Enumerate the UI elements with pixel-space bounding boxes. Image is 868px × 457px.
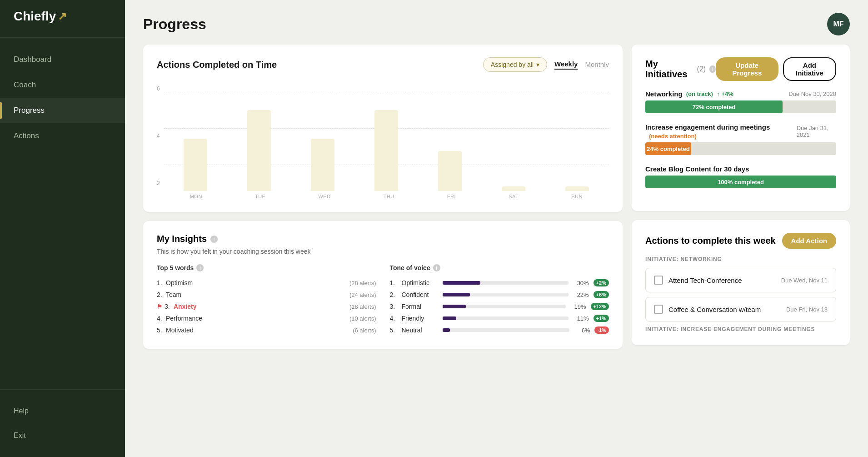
- initiative-networking: Networking (on track) ↑ +4% Due Nov 30, …: [645, 90, 836, 113]
- initiatives-title-row: My Initiatives (2) i: [645, 59, 716, 80]
- initiative-blog-progress-bg: 100% completed: [645, 176, 836, 188]
- tone-bar-bg-4: [443, 316, 569, 320]
- word-count-4: (10 alerts): [349, 315, 376, 322]
- initiatives-card: My Initiatives (2) i Update Progress Add…: [632, 45, 850, 211]
- initiative-meetings-status: (needs attention): [649, 133, 697, 140]
- logo-area: Chiefly ↗: [0, 0, 125, 38]
- word-row-4: 4. Performance (10 alerts): [157, 312, 376, 324]
- action-due-1: Due Wed, Nov 11: [781, 277, 828, 284]
- initiatives-actions: Update Progress Add Initiative: [716, 57, 836, 81]
- x-label-mon: MON: [190, 194, 202, 199]
- left-column: Actions Completed on Time Assigned by al…: [143, 45, 623, 448]
- tone-badge-3: +12%: [591, 303, 609, 310]
- word-count-1: (28 alerts): [349, 280, 376, 286]
- bar-tue-rect: [247, 110, 271, 191]
- action-coffee: Coffee & Conversation w/team Due Fri, No…: [645, 297, 836, 321]
- initiative-meetings-progress-fill: 24% completed: [645, 142, 691, 155]
- sidebar-item-coach[interactable]: Coach: [0, 72, 125, 98]
- x-label-wed: WED: [318, 194, 330, 199]
- sidebar-item-actions[interactable]: Actions: [0, 123, 125, 149]
- sidebar-item-dashboard[interactable]: Dashboard: [0, 47, 125, 72]
- tone-rank-5: 5.: [390, 326, 397, 334]
- word-row-3: ⚑ 3. Anxiety (18 alerts): [157, 301, 376, 312]
- bar-wed-rect: [311, 139, 334, 191]
- word-row-2: 2. Team (24 alerts): [157, 289, 376, 301]
- initiatives-title: My Initiatives: [645, 59, 693, 80]
- y-label-4: 4: [157, 133, 160, 139]
- tone-badge-5: -1%: [594, 326, 609, 334]
- add-initiative-button[interactable]: Add Initiative: [783, 57, 836, 81]
- action-checkbox-2[interactable]: [654, 305, 663, 314]
- bar-tue: [247, 95, 271, 191]
- tab-monthly[interactable]: Monthly: [585, 60, 609, 69]
- tone-title: Tone of voice i: [390, 264, 609, 271]
- bar-mon-rect: [184, 139, 207, 191]
- bar-fri-rect: [438, 151, 462, 191]
- initiative-meetings-info: Increase engagement during meetings (nee…: [645, 123, 797, 140]
- action-checkbox-1[interactable]: [654, 276, 663, 285]
- bar-thu: [374, 95, 398, 191]
- top-words-col: Top 5 words i 1. Optimism (28 alerts) 2.…: [157, 264, 376, 336]
- sidebar-bottom: Help Exit: [0, 389, 125, 457]
- y-axis: 2 4 6: [157, 81, 160, 199]
- tone-rank-1: 1.: [390, 279, 397, 286]
- tone-bar-fill-5: [443, 328, 450, 332]
- tone-bar-bg-5: [443, 328, 570, 332]
- chart-body: MON TUE WED THU FRI SAT SUN: [164, 81, 609, 199]
- filter-button[interactable]: Assigned by all ▾: [483, 57, 547, 72]
- initiative-networking-change: ↑ +4%: [717, 90, 733, 97]
- tone-rank-3: 3.: [390, 303, 397, 310]
- chart-header: Actions Completed on Time Assigned by al…: [157, 57, 609, 72]
- tone-row-5: 5. Neutral 6% -1%: [390, 324, 609, 336]
- tab-weekly[interactable]: Weekly: [554, 60, 578, 70]
- actions-header: Actions to complete this week Add Action: [645, 233, 836, 249]
- tone-bar-bg-2: [443, 293, 569, 296]
- tone-bar-fill-1: [443, 281, 480, 285]
- tone-bar-bg-3: [443, 305, 566, 308]
- word-count-3: (18 alerts): [349, 303, 376, 310]
- initiative-meetings-due: Due Jan 31, 2021: [797, 125, 836, 138]
- sidebar-item-help[interactable]: Help: [0, 399, 125, 423]
- word-rank-2: 2.: [157, 291, 164, 298]
- tone-row-3: 3. Formal 19% +12%: [390, 301, 609, 312]
- tone-info-icon: i: [433, 264, 440, 271]
- word-rank-4: 4.: [157, 315, 164, 322]
- add-action-button[interactable]: Add Action: [782, 233, 836, 249]
- tone-pct-4: 11%: [573, 315, 589, 322]
- logo-arrow-icon: ↗: [58, 10, 67, 23]
- tone-badge-2: +6%: [594, 291, 609, 298]
- action-due-2: Due Fri, Nov 13: [786, 306, 828, 313]
- initiative-meetings-row: Increase engagement during meetings (nee…: [645, 123, 836, 140]
- word-row-1: 1. Optimism (28 alerts): [157, 277, 376, 289]
- x-label-sun: SUN: [571, 194, 583, 199]
- word-count-2: (24 alerts): [349, 291, 376, 298]
- bar-sat: [502, 95, 525, 191]
- update-progress-button[interactable]: Update Progress: [716, 57, 778, 81]
- action-tech-conference: Attend Tech-Conference Due Wed, Nov 11: [645, 268, 836, 292]
- y-label-2: 2: [157, 180, 160, 186]
- insights-columns: Top 5 words i 1. Optimism (28 alerts) 2.…: [157, 264, 609, 336]
- main-content: Progress MF Actions Completed on Time As…: [125, 0, 868, 457]
- initiative-blog-progress-fill: 100% completed: [645, 176, 836, 188]
- initiative-networking-progress-bg: 72% completed: [645, 100, 836, 113]
- initiative-blog-name: Create Blog Content for 30 days: [645, 165, 749, 173]
- insights-card: My Insights i This is how you felt in yo…: [143, 221, 623, 349]
- arrow-up-icon: ↑: [717, 90, 720, 97]
- bar-sun: [565, 95, 589, 191]
- bar-wed: [311, 95, 334, 191]
- tone-pct-1: 30%: [573, 280, 589, 286]
- sidebar-item-progress[interactable]: Progress: [0, 98, 125, 123]
- section-label-networking: INITIATIVE: NETWORKING: [645, 256, 836, 262]
- sidebar-item-exit[interactable]: Exit: [0, 423, 125, 448]
- content-area: Actions Completed on Time Assigned by al…: [125, 45, 868, 457]
- sidebar: Chiefly ↗ Dashboard Coach Progress Actio…: [0, 0, 125, 457]
- avatar[interactable]: MF: [827, 13, 850, 35]
- grid-line-top: [164, 92, 609, 92]
- chart-title: Actions Completed on Time: [157, 60, 277, 70]
- logo-text: Chiefly: [14, 9, 56, 24]
- x-label-fri: FRI: [447, 194, 456, 199]
- bar-fri: [438, 95, 462, 191]
- initiative-networking-progress-fill: 72% completed: [645, 100, 783, 113]
- top-words-title: Top 5 words i: [157, 264, 376, 271]
- action-name-1: Attend Tech-Conference: [668, 276, 742, 284]
